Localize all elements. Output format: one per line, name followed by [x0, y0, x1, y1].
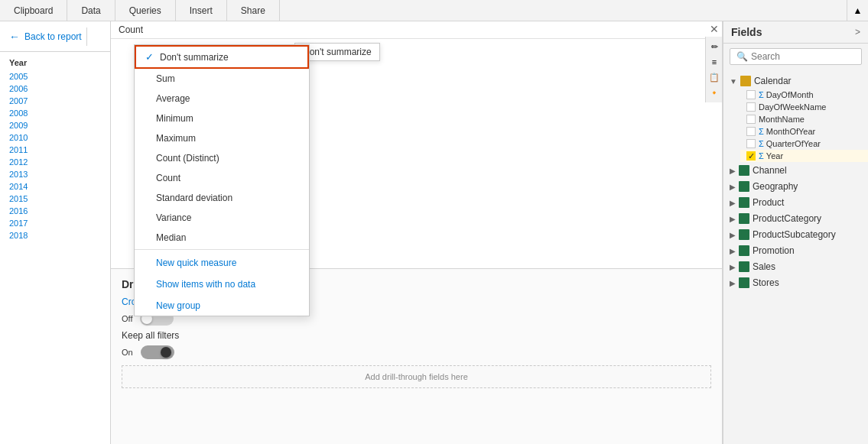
year-item-2014[interactable]: 2014: [9, 180, 101, 193]
checkbox-dayofweekname[interactable]: [746, 102, 756, 112]
productcategory-label: ProductCategory: [753, 213, 821, 224]
channel-header[interactable]: ▶ Channel: [723, 163, 868, 178]
tab-insert[interactable]: Insert: [176, 0, 227, 21]
year-item-2015[interactable]: 2015: [9, 193, 101, 205]
table-icon-sales: [739, 261, 749, 272]
year-item-2007[interactable]: 2007: [9, 95, 101, 107]
sigma-icon-quarterofyear: Σ: [759, 139, 764, 148]
checkbox-dayofmonth[interactable]: [746, 90, 756, 99]
tree-child-monthname[interactable]: MonthName: [740, 113, 868, 125]
promotion-header[interactable]: ▶ Promotion: [723, 243, 868, 258]
count-option[interactable]: Count: [135, 168, 309, 188]
chevron-right-icon-productcategory: ▶: [730, 215, 736, 223]
year-item-2016[interactable]: 2016: [9, 205, 101, 217]
sum-option[interactable]: Sum: [135, 69, 309, 89]
new-group-option[interactable]: New group: [135, 294, 309, 316]
tab-queries[interactable]: Queries: [115, 0, 176, 21]
maximum-option[interactable]: Maximum: [135, 128, 309, 148]
sigma-icon-dayofmonth: Σ: [759, 90, 764, 99]
median-option[interactable]: Median: [135, 228, 309, 248]
label-dayofmonth: DayOfMonth: [766, 90, 814, 99]
keep-filters-label-row: Keep all filters: [122, 330, 711, 341]
year-item-2005[interactable]: 2005: [9, 70, 101, 83]
year-item-2017[interactable]: 2017: [9, 217, 101, 229]
year-item-2009[interactable]: 2009: [9, 119, 101, 131]
chevron-right-icon-channel: ▶: [730, 167, 736, 175]
average-option[interactable]: Average: [135, 89, 309, 109]
year-item-2008[interactable]: 2008: [9, 107, 101, 119]
checkbox-monthname[interactable]: [746, 115, 756, 124]
sales-group: ▶ Sales: [723, 259, 868, 274]
checkmark-icon: ✓: [145, 51, 154, 63]
dont-summarize-option[interactable]: ✓ Don't summarize: [135, 45, 309, 69]
fields-title: Fields: [731, 26, 762, 38]
stores-header[interactable]: ▶ Stores: [723, 275, 868, 290]
tree-child-quarterofyear[interactable]: Σ QuarterOfYear: [740, 138, 868, 150]
year-item-2006[interactable]: 2006: [9, 83, 101, 95]
count-header: Count: [111, 21, 722, 39]
calendar-children: Σ DayOfMonth DayOfWeekName MonthName: [723, 89, 868, 162]
minimum-option[interactable]: Minimum: [135, 109, 309, 128]
tree-child-dayofmonth[interactable]: Σ DayOfMonth: [740, 89, 868, 101]
chevron-right-icon-promotion: ▶: [730, 247, 736, 255]
summarize-dropdown: ✓ Don't summarize Sum Average Minimum Ma…: [134, 44, 310, 316]
variance-option[interactable]: Variance: [135, 208, 309, 228]
tab-share[interactable]: Share: [227, 0, 280, 21]
expand-panel-icon[interactable]: >: [855, 27, 860, 37]
side-icon-1[interactable]: ✏: [707, 40, 721, 53]
sales-header[interactable]: ▶ Sales: [723, 259, 868, 274]
search-input[interactable]: [751, 51, 866, 62]
stores-label: Stores: [753, 277, 779, 288]
keep-filters-toggle[interactable]: [141, 345, 174, 359]
product-group: ▶ Product: [723, 195, 868, 210]
show-no-data-option[interactable]: Show items with no data: [135, 273, 309, 294]
side-icons-panel: ✏ ≡ 📋 🔸: [705, 37, 722, 102]
on-label: On: [122, 348, 133, 357]
product-label: Product: [753, 197, 784, 208]
year-item-2010[interactable]: 2010: [9, 131, 101, 144]
tree-child-year[interactable]: ✓ Σ Year: [740, 150, 868, 162]
calendar-header[interactable]: ▼ Calendar: [723, 73, 868, 89]
back-to-report-button[interactable]: ← Back to report: [0, 21, 110, 52]
on-toggle-row: On: [122, 345, 711, 359]
year-item-2011[interactable]: 2011: [9, 144, 101, 156]
geography-header[interactable]: ▶ Geography: [723, 179, 868, 194]
year-item-2013[interactable]: 2013: [9, 168, 101, 180]
std-dev-option[interactable]: Standard deviation: [135, 188, 309, 208]
tab-data[interactable]: Data: [67, 0, 115, 21]
productcategory-header[interactable]: ▶ ProductCategory: [723, 211, 868, 226]
productsubcategory-group: ▶ ProductSubcategory: [723, 227, 868, 242]
table-icon-stores: [739, 277, 749, 288]
add-drill-fields-box[interactable]: Add drill-through fields here: [122, 365, 711, 388]
main-layout: ← Back to report Year 200520062007200820…: [0, 21, 868, 444]
toggle-knob-on: [161, 347, 171, 358]
tree-child-dayofweekname[interactable]: DayOfWeekName: [740, 101, 868, 113]
side-icon-4[interactable]: 🔸: [707, 86, 721, 99]
channel-label: Channel: [753, 165, 787, 176]
side-icon-3[interactable]: 📋: [707, 70, 721, 84]
search-icon: 🔍: [736, 51, 748, 62]
checkbox-year[interactable]: ✓: [746, 151, 756, 160]
count-distinct-option[interactable]: Count (Distinct): [135, 148, 309, 168]
checkbox-quarterofyear[interactable]: [746, 139, 756, 148]
calendar-group: ▼ Calendar Σ DayOfMonth DayOfWeekName: [723, 73, 868, 162]
fields-tree: ▼ Calendar Σ DayOfMonth DayOfWeekName: [723, 70, 868, 444]
productsubcategory-header[interactable]: ▶ ProductSubcategory: [723, 227, 868, 242]
year-item-2012[interactable]: 2012: [9, 156, 101, 168]
product-header[interactable]: ▶ Product: [723, 195, 868, 210]
close-button[interactable]: ✕: [710, 23, 719, 35]
table-icon-productcategory: [739, 213, 749, 224]
new-quick-measure-option[interactable]: New quick measure: [135, 251, 309, 273]
table-icon-geography: [739, 181, 749, 192]
collapse-toolbar-icon[interactable]: ▲: [847, 0, 868, 21]
year-item-2018[interactable]: 2018: [9, 229, 101, 241]
tab-clipboard[interactable]: Clipboard: [0, 0, 67, 21]
left-panel: ← Back to report Year 200520062007200820…: [0, 21, 111, 444]
promotion-label: Promotion: [753, 245, 795, 256]
tree-child-monthofyear[interactable]: Σ MonthOfYear: [740, 125, 868, 138]
side-icon-2[interactable]: ≡: [707, 55, 721, 69]
table-icon-calendar: [740, 76, 751, 86]
checkbox-monthofyear[interactable]: [746, 127, 756, 136]
table-icon-channel: [739, 165, 749, 176]
toolbar: Clipboard Data Queries Insert Share ▲: [0, 0, 868, 21]
